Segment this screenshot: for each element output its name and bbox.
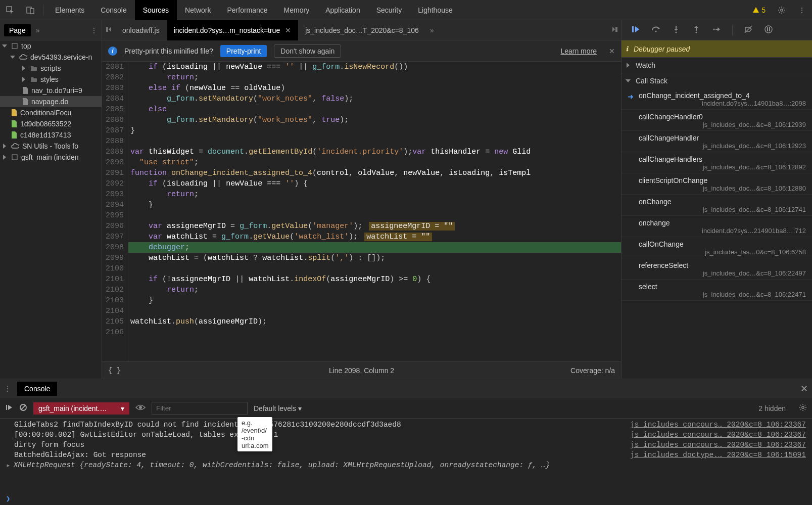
callstack-frame[interactable]: callChangeHandler0js_includes_doc…&c=8_1… [622, 110, 812, 131]
top-tab-sources[interactable]: Sources [135, 0, 177, 20]
step-into-icon[interactable] [672, 25, 681, 35]
console-tab[interactable]: Console [17, 382, 57, 396]
log-source-link[interactable]: js_includes_concours…_2020&c=8_106:23367 [630, 431, 806, 439]
console-prompt[interactable]: ❯ [0, 492, 812, 505]
tree-node[interactable]: SN Utils - Tools fo [0, 141, 102, 152]
svg-rect-14 [12, 43, 17, 49]
filetab-next-icon[interactable] [608, 26, 622, 34]
tree-node[interactable]: top [0, 40, 102, 52]
callstack-frame[interactable]: onchangeincident.do?sys…214901ba8…:712 [622, 216, 812, 237]
file-tab[interactable]: onloadwff.js [115, 20, 167, 40]
svg-rect-6 [632, 26, 634, 32]
pretty-print-msg: Pretty-print this minified file? [124, 47, 213, 55]
tree-node[interactable]: navpage.do [0, 96, 102, 107]
console-drawer: ⋮ Console ✕ gsft_main (incident.…▾ e.g. … [0, 379, 812, 505]
console-sidebar-toggle-icon[interactable] [5, 403, 13, 413]
filter-tooltip: e.g. /event\d/ -cdn url:a.com [237, 417, 272, 451]
console-log-row[interactable]: dirty form focusjs_includes_concours…_20… [0, 440, 812, 450]
clear-console-icon[interactable] [19, 403, 27, 413]
live-expression-icon[interactable] [135, 404, 146, 412]
dont-show-button[interactable]: Don't show again [274, 44, 341, 58]
warning-count[interactable]: 5 [752, 6, 766, 14]
step-out-icon[interactable] [692, 25, 701, 35]
tree-node[interactable]: styles [0, 74, 102, 85]
callstack-frame[interactable]: callChangeHandlerjs_includes_doc…&c=8_10… [622, 131, 812, 152]
pretty-print-button[interactable]: Pretty-print [220, 45, 267, 57]
info-icon: i [108, 47, 117, 56]
console-settings-icon[interactable] [799, 403, 807, 413]
top-tab-memory[interactable]: Memory [276, 0, 318, 20]
callstack-frame[interactable]: referenceSelectjs_includes_doc…&c=8_106:… [622, 258, 812, 280]
callstack-frame[interactable]: clientScriptOnChangejs_includes_doc…&c=8… [622, 173, 812, 195]
pretty-print-bar: i Pretty-print this minified file? Prett… [102, 40, 621, 62]
top-tab-security[interactable]: Security [368, 0, 410, 20]
callstack-frame[interactable]: callChangeHandlersjs_includes_doc…&c=8_1… [622, 152, 812, 173]
console-filter[interactable]: e.g. /event\d/ -cdn url:a.com [152, 402, 248, 415]
code-editor[interactable]: 2081208220832084208520862087208820892090… [102, 62, 621, 361]
page-tab[interactable]: Page [4, 24, 31, 36]
step-over-icon[interactable] [651, 25, 660, 35]
device-toggle-icon[interactable] [23, 3, 37, 17]
main-body: topdev54393.service-nscriptsstylesnav_to… [0, 40, 812, 379]
close-tab-icon[interactable]: ✕ [285, 20, 291, 40]
tree-node[interactable]: dev54393.service-n [0, 52, 102, 63]
svg-rect-16 [6, 405, 7, 410]
top-tab-performance[interactable]: Performance [219, 0, 275, 20]
console-log-row[interactable]: BatchedGlideAjax: Got responsejs_include… [0, 450, 812, 460]
file-tab-bar: onloadwff.jsincident.do?sys…m_nostack=tr… [102, 20, 622, 40]
kebab-menu-icon[interactable]: ⋮ [795, 3, 809, 17]
navigator-more-icon[interactable]: » [36, 26, 40, 34]
callstack-frame[interactable]: selectjs_includes_doc…&c=8_106:22471 [622, 280, 812, 301]
svg-point-7 [655, 30, 656, 32]
callstack-frame[interactable]: onChangejs_includes_doc…&c=8_106:12741 [622, 195, 812, 216]
file-tab[interactable]: incident.do?sys…m_nostack=true✕ [167, 20, 299, 40]
tree-node[interactable]: nav_to.do?uri=9 [0, 85, 102, 96]
close-bar-icon[interactable]: ✕ [609, 47, 615, 55]
tree-node[interactable]: gsft_main (inciden [0, 152, 102, 163]
expand-icon[interactable] [627, 63, 630, 68]
resume-icon[interactable] [631, 25, 640, 35]
tree-node[interactable]: ConditionalFocu [0, 107, 102, 118]
console-log-row[interactable]: GlideTabs2 findTabIndexByID could not fi… [0, 420, 812, 430]
top-tab-application[interactable]: Application [317, 0, 368, 20]
learn-more-link[interactable]: Learn more [560, 47, 597, 55]
file-tab[interactable]: js_includes_doc…T_2020&c=8_106 [298, 20, 426, 40]
pause-exceptions-icon[interactable] [764, 25, 773, 35]
console-filter-input[interactable] [152, 402, 248, 415]
settings-gear-icon[interactable] [775, 3, 789, 17]
log-source-link[interactable]: js_includes_concours…_2020&c=8_106:23367 [630, 421, 806, 429]
hidden-count[interactable]: 2 hidden [758, 404, 786, 412]
top-tab-elements[interactable]: Elements [47, 0, 92, 20]
inspect-icon[interactable] [3, 3, 17, 17]
devtools-topbar: ElementsConsoleSourcesNetworkPerformance… [0, 0, 812, 20]
console-log-list[interactable]: GlideTabs2 findTabIndexByID could not fi… [0, 419, 812, 492]
log-source-link[interactable]: js_includes_concours…_2020&c=8_106:23367 [630, 441, 806, 449]
svg-point-3 [781, 9, 783, 11]
tree-node[interactable]: 1d9db08653522 [0, 118, 102, 129]
callstack-frame[interactable]: ➜onChange_incident_assigned_to_4incident… [622, 88, 812, 110]
braces-icon[interactable]: { } [108, 366, 121, 375]
tree-node[interactable]: scripts [0, 63, 102, 74]
top-tab-lighthouse[interactable]: Lighthouse [410, 0, 461, 20]
callstack-frame[interactable]: callOnChangejs_includes_las…0&c=8_106:62… [622, 237, 812, 258]
filetab-prev-icon[interactable] [102, 26, 115, 34]
close-drawer-icon[interactable]: ✕ [800, 383, 808, 394]
drawer-kebab-icon[interactable]: ⋮ [4, 385, 11, 393]
navigator-kebab-icon[interactable]: ⋮ [90, 26, 98, 34]
watch-section[interactable]: Watch [622, 57, 812, 73]
top-tab-console[interactable]: Console [92, 0, 134, 20]
step-icon[interactable] [712, 25, 721, 35]
log-source-link[interactable]: js_includes_doctype.…_2020&c=8_106:15091 [630, 451, 806, 459]
expand-icon[interactable] [626, 79, 631, 82]
console-log-row[interactable]: [00:00:00.002] GwtListEditor onTableLoad… [0, 430, 812, 440]
file-tree[interactable]: topdev54393.service-nscriptsstylesnav_to… [0, 40, 102, 379]
log-levels-dropdown[interactable]: Default levels ▾ [254, 404, 302, 412]
filetab-overflow-icon[interactable]: » [430, 26, 434, 34]
code-content[interactable]: if (isLoading || newValue === '' || g_fo… [128, 62, 621, 361]
svg-rect-2 [30, 9, 34, 14]
top-tab-network[interactable]: Network [177, 0, 219, 20]
tree-node[interactable]: c148e1d137413 [0, 129, 102, 141]
context-selector[interactable]: gsft_main (incident.…▾ [33, 402, 129, 415]
deactivate-breakpoints-icon[interactable] [744, 25, 753, 35]
debugger-controls [622, 20, 812, 40]
